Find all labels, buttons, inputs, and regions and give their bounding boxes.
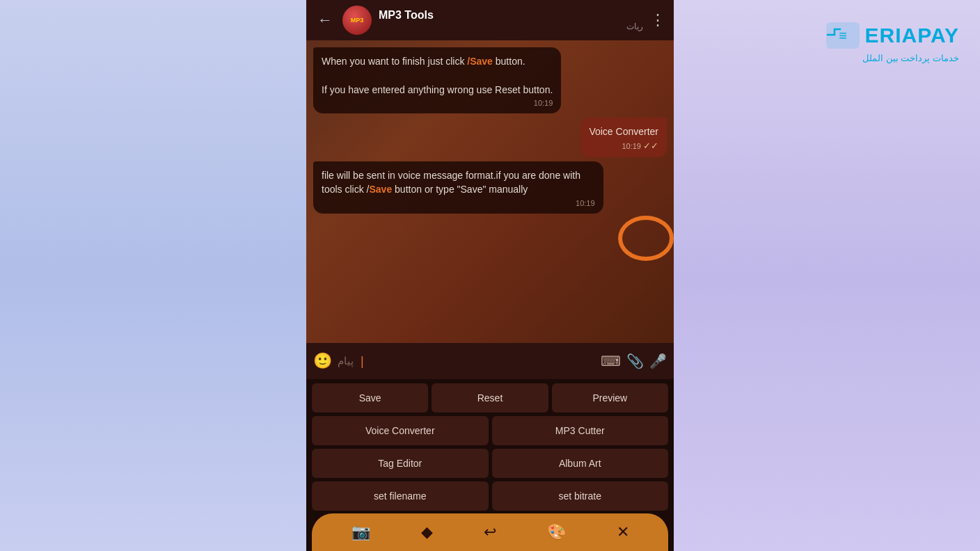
palette-icon[interactable]: 🎨 [544,520,569,544]
back-button[interactable]: ← [315,8,335,32]
save-link-1: /Save [467,56,493,67]
riapay-brand: ≡ ERIAPAY [825,21,959,50]
bot-buttons: Save Reset Preview Voice Converter MP3 C… [306,379,674,513]
keyboard-button[interactable]: ⌨ [601,353,621,369]
set-bitrate-button[interactable]: set bitrate [492,481,669,511]
voice-converter-button[interactable]: Voice Converter [312,416,489,445]
bg-left [0,0,306,551]
chat-header: ← MP3 MP3 Tools ريات ⋮ [306,0,674,40]
avatar: MP3 [342,6,372,35]
bubble-sent-1: Voice Converter 10:19 ✓✓ [580,118,667,157]
button-row-2: Voice Converter MP3 Cutter [312,416,668,445]
msg-time-2: 10:19 [322,198,595,209]
reset-button[interactable]: Reset [432,383,548,413]
preview-button[interactable]: Preview [552,383,668,413]
close-icon[interactable]: ✕ [614,520,632,544]
message-input-placeholder: پیام [338,355,354,367]
undo-icon[interactable]: ↩ [481,520,499,544]
message-received-1: When you want to finish just click /Save… [313,47,561,113]
riapay-logo: ≡ ERIAPAY خدمات پرداخت بین الملل [825,21,959,63]
message-received-2: file will be sent in voice message forma… [313,161,603,214]
tag-editor-button[interactable]: Tag Editor [312,449,489,478]
chat-area: When you want to finish just click /Save… [306,40,674,343]
msg-time-sent-1: 10:19 ✓✓ [589,140,658,153]
bg-right [674,0,980,551]
riapay-text: ERIAPAY [865,24,959,47]
msg-text-2: file will be sent in voice message forma… [322,170,580,195]
button-row-4: set filename set bitrate [312,481,668,511]
button-row-1: Save Reset Preview [312,383,668,413]
set-filename-button[interactable]: set filename [312,481,489,511]
mp3-cutter-button[interactable]: MP3 Cutter [492,416,669,445]
diamond-icon[interactable]: ◆ [418,520,436,544]
message-sent-1: Voice Converter 10:19 ✓✓ [580,118,667,157]
bubble-received-2: file will be sent in voice message forma… [313,161,603,214]
msg-text-1: When you want to finish just click /Save… [322,56,553,95]
svg-text:≡: ≡ [839,28,847,43]
riapay-icon: ≡ [825,21,861,50]
msg-text-sent-1: Voice Converter [589,126,658,137]
button-row-3: Tag Editor Album Art [312,449,668,478]
mic-button[interactable]: 🎤 [649,353,667,369]
album-art-button[interactable]: Album Art [492,449,669,478]
header-info: MP3 Tools ريات [379,9,643,31]
attach-button[interactable]: 📎 [626,353,644,369]
chat-title: MP3 Tools [379,9,643,22]
emoji-button[interactable]: 🙂 [313,352,332,370]
camera-icon[interactable]: 📷 [349,520,373,544]
save-link-2: Save [369,184,392,195]
chat-messages: When you want to finish just click /Save… [306,40,674,221]
phone-container: ← MP3 MP3 Tools ريات ⋮ When you want to … [306,0,674,551]
chat-subtitle: ريات [379,22,643,31]
bottom-toolbar: 📷 ◆ ↩ 🎨 ✕ [312,513,668,551]
menu-button[interactable]: ⋮ [650,11,665,29]
bubble-received-1: When you want to finish just click /Save… [313,47,561,113]
save-button[interactable]: Save [312,383,428,413]
input-area: 🙂 پیام | ⌨ 📎 🎤 [306,343,674,379]
msg-time-1: 10:19 [322,98,553,109]
riapay-subtitle: خدمات پرداخت بین الملل [862,53,959,63]
